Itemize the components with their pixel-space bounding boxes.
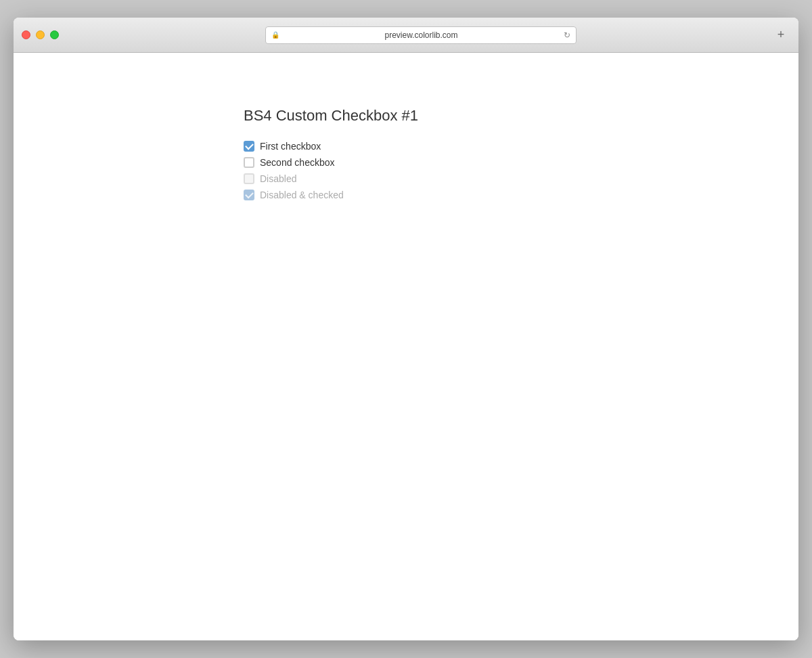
checkbox-input-first[interactable] xyxy=(244,141,254,152)
checkbox-input-disabled-checked xyxy=(244,190,254,200)
page-title: BS4 Custom Checkbox #1 xyxy=(244,107,798,125)
page-content: BS4 Custom Checkbox #1 First checkbox Se… xyxy=(14,107,798,227)
refresh-icon[interactable]: ↻ xyxy=(564,30,570,40)
checkbox-item-disabled: Disabled xyxy=(244,173,798,184)
browser-titlebar: 🔒 preview.colorlib.com ↻ + xyxy=(14,18,798,53)
minimize-button[interactable] xyxy=(36,30,45,39)
new-tab-button[interactable]: + xyxy=(771,26,790,45)
checkbox-input-disabled xyxy=(244,173,254,184)
checkbox-item-disabled-checked: Disabled & checked xyxy=(244,190,798,200)
lock-icon: 🔒 xyxy=(271,31,279,39)
checkbox-label-second: Second checkbox xyxy=(260,157,335,168)
browser-content: BS4 Custom Checkbox #1 First checkbox Se… xyxy=(14,53,798,640)
maximize-button[interactable] xyxy=(50,30,59,39)
address-bar-container: 🔒 preview.colorlib.com ↻ xyxy=(70,26,771,44)
checkbox-item-second[interactable]: Second checkbox xyxy=(244,157,798,168)
url-text: preview.colorlib.com xyxy=(284,30,560,40)
checkbox-input-second[interactable] xyxy=(244,157,254,168)
checkbox-label-disabled-checked: Disabled & checked xyxy=(260,190,344,200)
address-bar[interactable]: 🔒 preview.colorlib.com ↻ xyxy=(265,26,577,44)
checkbox-item-first[interactable]: First checkbox xyxy=(244,141,798,152)
traffic-lights xyxy=(22,30,59,39)
close-button[interactable] xyxy=(22,30,30,39)
checkbox-label-first: First checkbox xyxy=(260,141,321,152)
checkbox-label-disabled: Disabled xyxy=(260,173,296,184)
browser-window: 🔒 preview.colorlib.com ↻ + BS4 Custom Ch… xyxy=(14,18,798,640)
checkbox-list: First checkbox Second checkbox Disabled … xyxy=(244,141,798,200)
